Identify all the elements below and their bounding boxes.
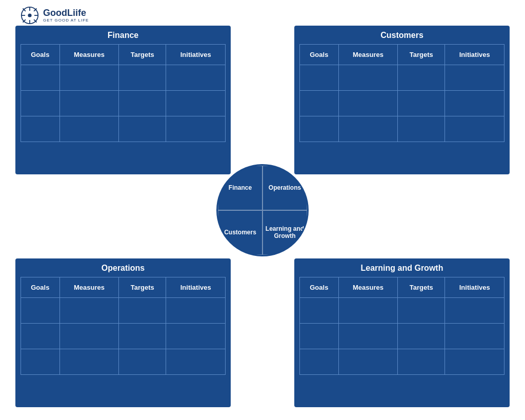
table-row <box>300 65 504 91</box>
operations-card: Operations Goals Measures Targets Initia… <box>15 258 231 407</box>
table-row <box>21 324 226 349</box>
table-row <box>21 349 226 375</box>
operations-col-measures: Measures <box>59 277 119 298</box>
learning-col-targets: Targets <box>398 277 445 298</box>
finance-col-targets: Targets <box>119 45 166 65</box>
customers-card: Customers Goals Measures Targets Initiat… <box>294 26 510 174</box>
learning-col-goals: Goals <box>300 277 339 298</box>
customers-col-goals: Goals <box>300 45 339 65</box>
customers-table: Goals Measures Targets Initiatives <box>299 44 504 142</box>
learning-title: Learning and Growth <box>299 264 504 273</box>
table-row <box>21 65 226 91</box>
finance-title: Finance <box>21 31 226 40</box>
table-row <box>300 298 504 324</box>
table-row <box>300 349 504 375</box>
operations-col-targets: Targets <box>119 277 166 298</box>
learning-col-measures: Measures <box>338 277 398 298</box>
table-row <box>21 298 226 324</box>
logo-text: GoodLiife GET GOOD AT LIFE <box>43 8 89 23</box>
customers-title: Customers <box>299 31 504 40</box>
logo-icon <box>21 6 39 25</box>
logo: GoodLiife GET GOOD AT LIFE <box>21 6 89 25</box>
operations-table: Goals Measures Targets Initiatives <box>21 277 226 375</box>
circle-quadrant-learning: Learning and Growth <box>262 210 307 255</box>
operations-col-goals: Goals <box>21 277 60 298</box>
table-row <box>300 324 504 349</box>
operations-title: Operations <box>21 264 226 273</box>
finance-col-goals: Goals <box>21 45 60 65</box>
learning-card: Learning and Growth Goals Measures Targe… <box>294 258 510 407</box>
customers-col-initiatives: Initiatives <box>445 45 504 65</box>
table-row <box>300 116 504 142</box>
logo-sub-text: GET GOOD AT LIFE <box>43 18 89 23</box>
customers-col-measures: Measures <box>338 45 398 65</box>
center-circle: Finance Operations Customers Learning an… <box>216 164 309 256</box>
circle-quadrant-customers: Customers <box>218 210 262 255</box>
finance-col-initiatives: Initiatives <box>166 45 226 65</box>
finance-card: Finance Goals Measures Targets Initiativ… <box>15 26 231 174</box>
table-row <box>300 91 504 116</box>
learning-col-initiatives: Initiatives <box>445 277 504 298</box>
operations-col-initiatives: Initiatives <box>166 277 226 298</box>
table-row <box>21 116 226 142</box>
table-row <box>21 91 226 116</box>
finance-table: Goals Measures Targets Initiatives <box>21 44 226 142</box>
customers-col-targets: Targets <box>398 45 445 65</box>
learning-table: Goals Measures Targets Initiatives <box>299 277 504 375</box>
logo-main-text: GoodLiife <box>43 8 89 18</box>
finance-col-measures: Measures <box>59 45 119 65</box>
svg-point-1 <box>28 13 31 17</box>
